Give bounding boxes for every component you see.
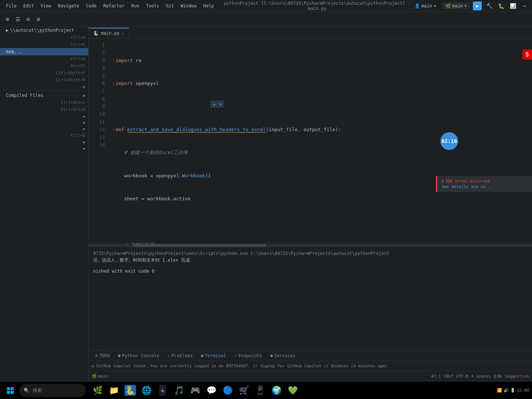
code-editor[interactable]: 1 2 3 4 5 6 7 8 9 10 11 12 13 14 ▿import… [89,38,532,244]
tab-endpoints[interactable]: ↗ Endpoints [231,351,266,360]
menu-navigate[interactable]: Navigate [55,3,82,9]
ai-inline-widget[interactable]: ✦ ▾ [211,100,224,108]
taskbar-app-folder[interactable]: 📁 [106,383,121,398]
scrollbar-thumb[interactable] [133,244,266,247]
taskbar-app-browser[interactable]: 🌐 [139,383,154,398]
taskbar-app-explorer[interactable]: 🌿 [90,383,105,398]
tab-services[interactable]: ● Services [267,351,299,360]
sidebar-item-arrow2[interactable]: ▶ [0,113,88,119]
tray-network[interactable]: 📶 [497,388,502,393]
branch-label: main [452,3,463,8]
taskbar-app-phone[interactable]: 📱 [253,383,267,398]
debug-button[interactable]: 🐛 [497,1,505,10]
taskbar-app-game[interactable]: 🎮 [188,383,202,398]
menu-edit[interactable]: Edit [20,3,37,9]
profile-selector[interactable]: 👤 main ▾ [412,3,439,9]
menu-code[interactable]: Code [83,3,100,9]
code-line-9: # 添加行标题 [112,241,526,244]
branch-icon: 🌿 [445,3,451,8]
taskbar-app-pycharm[interactable]: ✦ [155,383,170,398]
fold-icon-1[interactable]: ▿ [112,58,115,63]
settings-icon[interactable]: ⚙ [34,15,43,24]
tab-todo[interactable]: ≡ TODO [92,351,114,360]
sidebar-item-arrow5[interactable]: ▶ [0,139,88,145]
status-suggestion[interactable]: ⟪ No Suggestion [494,374,529,379]
code-line-1: ▿import re [112,57,526,65]
git-icon: 🌿 [92,374,97,379]
tab-terminal[interactable]: ▣ Terminal [197,351,230,360]
tab-main-py[interactable]: 🐍 main.py ✕ [89,28,129,38]
tab-close-button[interactable]: ✕ [122,31,124,35]
line-num-6: 6 [92,80,105,88]
sidebar-item-arrow3[interactable]: ▶ [0,119,88,126]
sidebar-item-4[interactable]: Alt+F7 [0,62,88,69]
tab-filename: main.py [101,31,120,36]
line-numbers: 1 2 3 4 5 6 7 8 9 10 11 12 13 14 [89,38,106,244]
sidebar-item-7[interactable]: Ctrl+Alt+L [0,99,88,106]
sidebar-item-2[interactable]: Ctrl+C [0,41,88,48]
sidebar-divider [0,91,88,91]
code-content[interactable]: ▿import re ▿import openpyxl ▿def extract… [106,38,532,244]
title-bar: File Edit View Navigate Code Refactor Ru… [0,0,532,12]
bottom-tabs: ≡ TODO ● Python Console ⚠ Problems ▣ Ter… [89,350,532,361]
menu-refactor[interactable]: Refactor [100,3,127,9]
tab-python-console-label: Python Console [122,353,159,358]
sidebar-item-arrow4[interactable]: ▶ [0,126,88,132]
taskbar-app-shop[interactable]: 🛒 [236,383,251,398]
fold-icon-4[interactable]: ▿ [112,127,115,132]
sidebar-item-1[interactable]: Ctrl+X [0,34,88,41]
menu-file[interactable]: File [3,3,20,9]
taskbar-search[interactable]: 🔍 搜索 [19,384,86,397]
structure-button[interactable]: ⊞ [3,15,12,24]
profile-dropdown-icon: ▾ [434,3,436,8]
menu-help[interactable]: Help [200,3,217,9]
sidebar-item-arrow1[interactable]: ▶ [0,83,88,90]
sidebar-item-9[interactable]: Ctrl+D [0,132,88,139]
status-spaces[interactable]: 4 spaces [471,374,491,379]
code-line-4: ▿def extract_and_save_dialogues_with_hea… [112,126,526,134]
fold-icon-2[interactable]: ▿ [112,81,115,86]
build-button[interactable]: 🔨 [485,1,494,10]
profile-button[interactable]: 📊 [508,1,517,10]
terminal-area: 9735\PycharmProjects\pythonProject\venv\… [89,247,532,350]
editor-area: 🐍 main.py ✕ 1 2 3 4 5 6 7 8 9 10 [89,27,532,381]
taskbar-app-chat[interactable]: 💬 [204,383,219,398]
sidebar-item-3[interactable]: Ctrl+V [0,55,88,62]
menu-git[interactable]: Git [163,3,177,9]
terminal-content[interactable]: 9735\PycharmProjects\pythonProject\venv\… [89,247,532,350]
taskbar-app-wechat[interactable]: 💚 [285,383,300,398]
taskbar-app-music[interactable]: 🎵 [171,383,186,398]
sidebar-compiled-files[interactable]: Compiled Files ▶ [0,92,88,99]
status-encoding[interactable]: CRLF UTF-8 [444,374,468,379]
taskbar-app-python[interactable]: 🐍 [123,383,137,398]
suggestion-label: No Suggestion [497,374,529,379]
arrow-icon-5: ▶ [83,127,85,131]
taskbar-app-browser2[interactable]: 🔵 [220,383,235,398]
sidebar-item-5[interactable]: Ctrl+Shift+F [0,69,88,76]
status-position[interactable]: 47:1 [431,374,441,379]
code-line-7: sheet = workbook.active [112,195,526,203]
branch-selector[interactable]: 🌿 main ▾ [442,3,470,9]
split-button[interactable]: ⊟ [24,15,33,24]
sidebar-item-nce[interactable]: nce... [0,48,88,55]
status-git[interactable]: 🌿 main [92,374,108,379]
menu-tools[interactable]: Tools [143,3,162,9]
sidebar-item-arrow6[interactable]: ▶ [0,145,88,151]
tab-python-console[interactable]: ● Python Console [115,351,163,360]
tab-problems[interactable]: ⚠ Problems [164,351,196,360]
menu-window[interactable]: Window [178,3,200,9]
tray-battery[interactable]: 🔋 [510,388,515,393]
menu-view[interactable]: View [38,3,54,9]
more-button[interactable]: ⋯ [520,1,529,10]
sidebar-item-8[interactable]: Ctrl+Alt+O [0,106,88,113]
taskbar-windows-button[interactable] [3,383,18,398]
tray-volume[interactable]: 🔊 [504,388,509,393]
taskbar-app-globe[interactable]: 🌍 [269,383,284,398]
error-link[interactable]: See details and su... [441,184,528,189]
align-button[interactable]: ☰ [13,15,22,24]
menu-run[interactable]: Run [128,3,142,9]
horizontal-scrollbar[interactable] [89,244,532,247]
sidebar-path[interactable]: ▶ \\autocut\\pythonProject [0,27,88,34]
sidebar-item-6[interactable]: Ctrl+Shift+R [0,76,88,83]
run-button[interactable]: ▶ [473,1,482,10]
